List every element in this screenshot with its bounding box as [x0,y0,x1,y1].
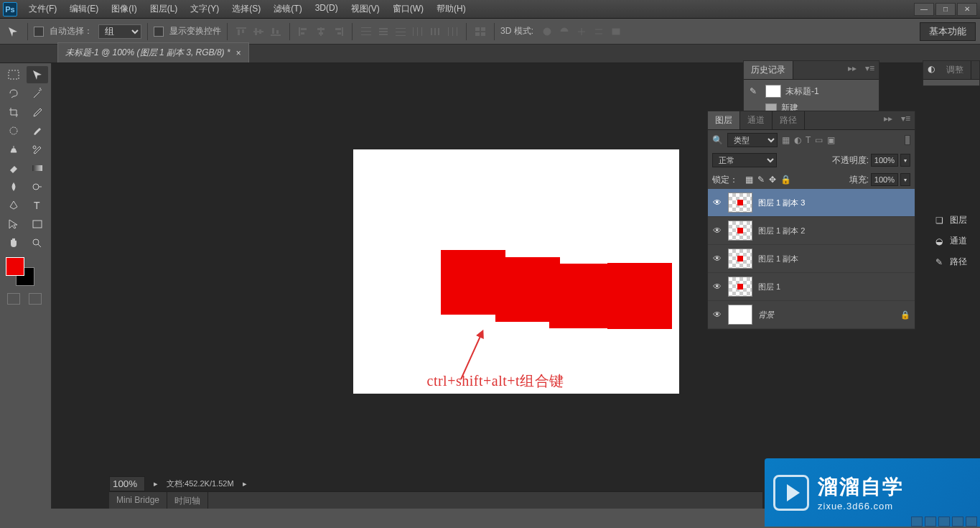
zoom-3d-icon[interactable] [608,24,624,39]
search-icon[interactable]: 🔍 [712,135,723,145]
show-transform-checkbox[interactable] [154,27,164,37]
dist-vcenter-icon[interactable] [375,24,391,39]
layer-row[interactable]: 👁图层 1 副本 [708,245,915,273]
magic-wand-tool[interactable] [27,85,48,102]
chevron-right-icon[interactable]: ▸ [154,479,158,488]
panel-menu-icon[interactable]: ▾≡ [861,61,879,79]
dodge-tool[interactable] [27,178,48,195]
align-hcenter-icon[interactable] [313,24,329,39]
auto-select-target[interactable]: 组 [98,24,141,39]
fill-dropdown-icon[interactable]: ▾ [900,173,910,186]
opacity-input[interactable] [871,154,898,167]
layer-filter-kind[interactable]: 类型 [727,133,778,147]
filter-toggle[interactable] [905,135,910,145]
chevron-right-icon[interactable]: ▸ [243,479,247,488]
dock-paths[interactable]: ✎ 路径 [928,251,980,272]
align-top-icon[interactable] [233,24,249,39]
dist-hcenter-icon[interactable] [427,24,443,39]
menu-file[interactable]: 文件(F) [23,0,62,18]
visibility-toggle-icon[interactable]: 👁 [712,226,722,236]
filter-adjust-icon[interactable]: ◐ [794,135,801,145]
layer-row[interactable]: 👁图层 1 [708,273,915,301]
menu-3d[interactable]: 3D(D) [309,0,344,18]
document-tab[interactable]: 未标题-1 @ 100% (图层 1 副本 3, RGB/8) * × [57,42,249,62]
visibility-toggle-icon[interactable]: 👁 [712,310,722,320]
zoom-field[interactable] [109,476,145,491]
fill-input[interactable] [871,173,898,186]
tab-layers[interactable]: 图层 [708,111,740,129]
hand-tool[interactable] [3,234,24,251]
lock-all-icon[interactable]: 🔒 [780,175,791,185]
dist-top-icon[interactable] [358,24,374,39]
align-right-icon[interactable] [330,24,346,39]
type-tool[interactable]: T [27,197,48,214]
panel-collapse-icon[interactable]: ▸▸ [844,61,861,79]
minimize-button[interactable]: — [914,3,934,16]
filter-type-icon[interactable]: T [806,135,811,145]
tab-channels[interactable]: 通道 [740,111,773,129]
tab-paths[interactable]: 路径 [773,111,805,129]
filter-shape-icon[interactable]: ▭ [815,135,823,145]
menu-edit[interactable]: 编辑(E) [64,0,104,18]
align-bottom-icon[interactable] [268,24,284,39]
visibility-toggle-icon[interactable]: 👁 [712,282,722,292]
zoom-tool[interactable] [27,234,48,251]
path-select-tool[interactable] [3,216,24,233]
visibility-toggle-icon[interactable]: 👁 [712,198,722,208]
orbit-3d-icon[interactable] [539,24,555,39]
lasso-tool[interactable] [3,85,24,102]
visibility-toggle-icon[interactable]: 👁 [712,254,722,264]
marquee-tool[interactable] [3,66,24,83]
eraser-tool[interactable] [3,159,24,177]
tab-history[interactable]: 历史记录 [744,61,793,79]
crop-tool[interactable] [3,103,24,121]
pan-3d-icon[interactable] [574,24,589,39]
auto-align-icon[interactable] [472,24,488,39]
close-button[interactable]: ✕ [957,3,977,16]
quick-mask-toggle[interactable] [7,293,20,305]
tab-adjustments[interactable]: 调整 [939,61,971,79]
history-brush-tool[interactable] [27,141,48,158]
brush-tool[interactable] [27,122,48,139]
layer-row[interactable]: 👁背景🔒 [708,301,915,329]
lock-image-icon[interactable]: ✎ [757,175,765,185]
spot-heal-tool[interactable] [3,122,24,139]
blend-mode-select[interactable]: 正常 [712,153,777,167]
auto-select-checkbox[interactable] [34,27,44,37]
dock-channels[interactable]: ◒ 通道 [928,231,980,251]
menu-select[interactable]: 选择(S) [226,0,266,18]
dist-bottom-icon[interactable] [393,24,409,39]
menu-type[interactable]: 文字(Y) [185,0,225,18]
foreground-color-swatch[interactable] [6,257,24,276]
menu-window[interactable]: 窗口(W) [387,0,429,18]
screen-mode-toggle[interactable] [29,293,42,305]
menu-layer[interactable]: 图层(L) [144,0,184,18]
align-vcenter-icon[interactable] [251,24,266,39]
eyedropper-tool[interactable] [27,103,48,121]
align-left-icon[interactable] [296,24,312,39]
gradient-tool[interactable] [27,159,48,177]
dock-layers[interactable]: ❏ 图层 [928,210,980,231]
pen-tool[interactable] [3,197,24,214]
tab-mini-bridge[interactable]: Mini Bridge [109,492,167,509]
layer-row[interactable]: 👁图层 1 副本 3 [708,189,915,217]
maximize-button[interactable]: □ [935,3,956,16]
tab-close-icon[interactable]: × [236,48,241,58]
workspace-switcher[interactable]: 基本功能 [920,22,976,41]
shape-tool[interactable] [27,216,48,233]
opacity-dropdown-icon[interactable]: ▾ [900,154,910,167]
dist-left-icon[interactable] [410,24,426,39]
slide-3d-icon[interactable] [591,24,607,39]
blur-tool[interactable] [3,178,24,195]
roll-3d-icon[interactable] [556,24,572,39]
filter-pixel-icon[interactable]: ▦ [782,135,790,145]
lock-position-icon[interactable]: ✥ [769,175,776,185]
lock-transparent-icon[interactable]: ▦ [745,175,753,185]
dist-right-icon[interactable] [444,24,460,39]
panel-collapse-icon[interactable]: ▸▸ [879,111,897,129]
clone-stamp-tool[interactable] [3,141,24,158]
filter-smart-icon[interactable]: ▣ [827,135,835,145]
history-snapshot[interactable]: ✎ 未标题-1 [747,83,876,100]
panel-menu-icon[interactable]: ▾≡ [897,111,915,129]
menu-help[interactable]: 帮助(H) [431,0,472,18]
